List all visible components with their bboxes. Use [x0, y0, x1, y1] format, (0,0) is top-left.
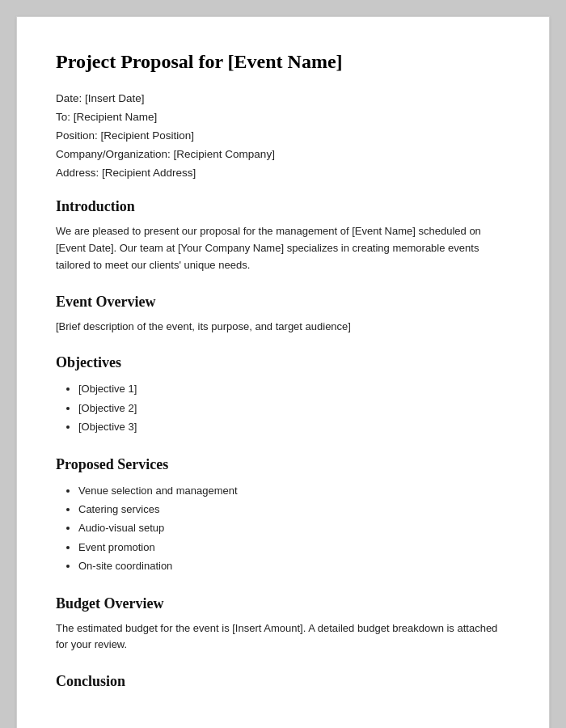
document: Project Proposal for [Event Name] Date: … [16, 16, 550, 728]
event-overview-body: [Brief description of the event, its pur… [56, 319, 510, 336]
list-item: Audio-visual setup [78, 518, 510, 537]
proposed-services-heading: Proposed Services [56, 456, 510, 473]
document-title: Project Proposal for [Event Name] [56, 49, 510, 74]
meta-section: Date: [Insert Date] To: [Recipient Name]… [56, 92, 510, 179]
list-item: Venue selection and management [78, 481, 510, 500]
meta-company: Company/Organization: [Recipient Company… [56, 148, 510, 160]
list-item: [Objective 2] [78, 399, 510, 417]
meta-date: Date: [Insert Date] [56, 92, 510, 104]
budget-overview-heading: Budget Overview [56, 595, 510, 612]
proposed-services-list: Venue selection and management Catering … [78, 481, 510, 576]
introduction-body: We are pleased to present our proposal f… [56, 223, 510, 273]
meta-position: Position: [Recipient Position] [56, 129, 510, 142]
list-item: [Objective 1] [78, 379, 510, 398]
introduction-heading: Introduction [56, 198, 510, 215]
list-item: Event promotion [78, 538, 510, 557]
event-overview-heading: Event Overview [56, 294, 510, 311]
meta-to: To: [Recipient Name] [56, 111, 510, 123]
budget-overview-body: The estimated budget for the event is [I… [56, 620, 510, 654]
meta-address: Address: [Recipient Address] [56, 167, 510, 179]
objectives-list: [Objective 1] [Objective 2] [Objective 3… [78, 379, 510, 436]
list-item: Catering services [78, 500, 510, 518]
list-item: On-site coordination [78, 557, 510, 575]
conclusion-heading: Conclusion [56, 673, 510, 690]
objectives-heading: Objectives [56, 354, 510, 371]
list-item: [Objective 3] [78, 417, 510, 436]
